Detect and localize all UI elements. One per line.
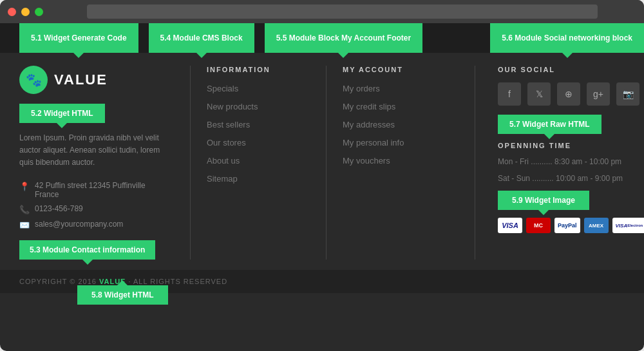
- contact-module-badge[interactable]: 5.3 Module Contact information: [19, 240, 155, 260]
- mac-window: 5.1 Widget Generate Code 5.4 Module CMS …: [0, 0, 644, 351]
- my-account-title: MY ACCOUNT: [343, 66, 459, 73]
- col-logo: 🐾 VALUE 5.2 Widget HTML Lorem Ipsum. Pro…: [19, 66, 174, 260]
- phone-icon: 📞: [19, 205, 30, 214]
- mastercard-card: MC: [526, 218, 551, 233]
- list-item: About us: [207, 155, 310, 166]
- contact-email: ✉️ sales@yourcompany.com: [19, 220, 161, 230]
- paypal-card: PayPal: [554, 218, 580, 233]
- google-plus-icon[interactable]: g+: [587, 82, 610, 106]
- link-my-personal-info[interactable]: My personal info: [343, 138, 404, 147]
- raw-html-badge[interactable]: 5.7 Widget Raw HTML: [498, 115, 601, 134]
- information-title: INFORMATION: [207, 66, 310, 73]
- list-item: My vouchers: [343, 155, 459, 166]
- list-item: My orders: [343, 82, 459, 94]
- our-social-title: OUR SOCIAL: [498, 66, 644, 73]
- contact-phone: 📞 0123-456-789: [19, 204, 161, 214]
- col-divider-3: [475, 66, 475, 260]
- email-icon: ✉️: [19, 220, 30, 230]
- link-about-us[interactable]: About us: [207, 156, 240, 166]
- tab-my-account-footer[interactable]: 5.5 Module Block My Account Footer: [265, 23, 423, 53]
- link-my-addresses[interactable]: My addresses: [343, 120, 395, 129]
- visa-electron-card: VISAElectron: [612, 218, 644, 233]
- amex-card: AMEX: [584, 218, 609, 233]
- tab-widget-generate-code[interactable]: 5.1 Widget Generate Code: [19, 23, 138, 53]
- lorem-text: Lorem Ipsum. Proin gravida nibh vel veli…: [19, 132, 161, 169]
- link-my-orders[interactable]: My orders: [343, 84, 380, 93]
- opening-row-weekday: Mon - Fri .......... 8:30 am - 10:00 pm: [498, 156, 644, 167]
- col-divider-1: [190, 66, 191, 260]
- tab-cms-block[interactable]: 5.4 Module CMS Block: [149, 23, 254, 53]
- list-item: Best sellers: [207, 119, 310, 130]
- link-specials[interactable]: Specials: [207, 84, 238, 93]
- information-list: Specials New products Best sellers Our s…: [207, 82, 310, 184]
- link-sitemap[interactable]: Sitemap: [207, 174, 238, 184]
- footer-copyright: COPYRIGHT © 2016 VALUE · ALL RIGHTS RESE…: [0, 270, 644, 293]
- tab-social-networking[interactable]: 5.6 Module Social networking block: [490, 23, 644, 53]
- widget-image-badge[interactable]: 5.9 Widget Image: [498, 191, 589, 210]
- facebook-icon[interactable]: f: [498, 82, 521, 106]
- logo-area: 🐾 VALUE: [19, 66, 161, 94]
- col-divider-2: [326, 66, 327, 260]
- social-icons-row: f 𝕏 ⊕ g+ 📷: [498, 82, 644, 106]
- list-item: Our stores: [207, 137, 310, 148]
- list-item: My personal info: [343, 137, 459, 148]
- link-our-stores[interactable]: Our stores: [207, 138, 246, 147]
- footer-body: 🐾 VALUE 5.2 Widget HTML Lorem Ipsum. Pro…: [0, 53, 644, 260]
- link-my-vouchers[interactable]: My vouchers: [343, 156, 390, 166]
- list-item: New products: [207, 100, 310, 112]
- list-item: My credit slips: [343, 100, 459, 112]
- rss-icon[interactable]: ⊕: [557, 82, 580, 106]
- contact-address: 📍 42 Puffin street 12345 Puffinville Fra…: [19, 181, 161, 199]
- visa-card: VISA: [498, 218, 522, 233]
- payment-icons: VISA MC PayPal AMEX VISAElectron Maestro: [498, 218, 644, 233]
- col-information: INFORMATION Specials New products Best s…: [207, 66, 310, 260]
- address-bar[interactable]: [87, 5, 598, 19]
- opening-time-title: OPENNING TIME: [498, 142, 644, 149]
- widget-tabs-row: 5.1 Widget Generate Code 5.4 Module CMS …: [0, 23, 644, 53]
- titlebar: [0, 0, 644, 23]
- my-account-list: My orders My credit slips My addresses M…: [343, 82, 459, 166]
- list-item: My addresses: [343, 119, 459, 130]
- logo-icon: 🐾: [19, 66, 48, 94]
- link-my-credit-slips[interactable]: My credit slips: [343, 102, 395, 111]
- minimize-button[interactable]: [21, 8, 30, 16]
- widget-html-badge[interactable]: 5.2 Widget HTML: [19, 104, 105, 123]
- col-my-account: MY ACCOUNT My orders My credit slips My …: [343, 66, 459, 260]
- logo-text: VALUE: [54, 71, 108, 88]
- close-button[interactable]: [8, 8, 16, 16]
- location-icon: 📍: [19, 182, 30, 191]
- twitter-icon[interactable]: 𝕏: [527, 82, 551, 106]
- maximize-button[interactable]: [35, 8, 43, 16]
- list-item: Specials: [207, 82, 310, 94]
- list-item: Sitemap: [207, 173, 310, 184]
- opening-row-weekend: Sat - Sun .......... 10:00 am - 9:00 pm: [498, 173, 644, 184]
- link-new-products[interactable]: New products: [207, 102, 258, 111]
- bottom-widget-html-badge[interactable]: 5.8 Widget HTML: [77, 285, 168, 305]
- col-our-social: OUR SOCIAL f 𝕏 ⊕ g+ 📷 5.7 Widget Raw HTM…: [491, 66, 644, 260]
- instagram-icon[interactable]: 📷: [616, 82, 639, 106]
- link-best-sellers[interactable]: Best sellers: [207, 120, 250, 129]
